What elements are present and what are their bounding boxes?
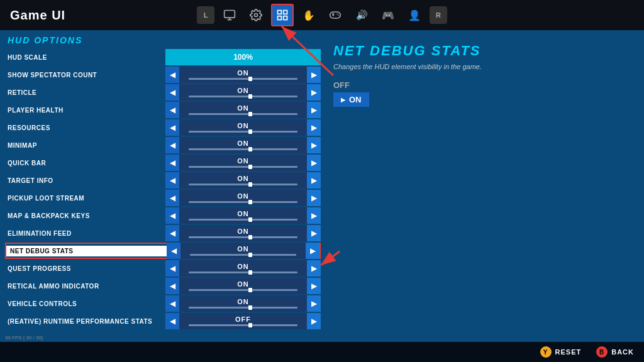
value-box: ON	[179, 84, 307, 101]
control-group: ◀ON▶	[165, 207, 321, 224]
game-title: Game UI	[10, 8, 65, 23]
right-arrow-btn[interactable]: ▶	[306, 243, 319, 259]
nav-icons: L ✋ 🔊 🎮 👤 R	[197, 4, 447, 26]
svg-point-3	[255, 14, 258, 17]
settings-row: MAP & BACKPACK KEYS◀ON▶	[5, 207, 321, 224]
right-arrow-btn[interactable]: ▶	[307, 155, 321, 171]
row-label: ELIMINATION FEED	[5, 230, 165, 237]
svg-rect-5	[284, 11, 287, 14]
back-key: B	[596, 346, 608, 358]
reset-key: Y	[540, 346, 552, 358]
reset-button[interactable]: Y RESET	[540, 346, 582, 358]
control-group: ◀OFF▶	[165, 313, 321, 329]
option-off[interactable]: OFF	[333, 80, 631, 90]
row-label: (REATIVE) RUNTIME PERFORMANCE STATS	[5, 318, 165, 325]
left-arrow-btn[interactable]: ◀	[167, 243, 180, 259]
slider-bar	[189, 307, 297, 309]
row-label: PICKUP LOOT STREAM	[5, 195, 165, 202]
slider-thumb	[248, 129, 252, 134]
reset-label: RESET	[555, 348, 582, 356]
svg-rect-4	[278, 11, 282, 14]
row-label: VEHICLE CONTROLS	[5, 300, 165, 307]
value-box: ON	[179, 278, 307, 294]
slider-thumb	[248, 305, 252, 310]
nav-l-button[interactable]: L	[197, 6, 214, 24]
back-button[interactable]: B BACK	[596, 346, 634, 358]
control-group: ◀ON▶	[165, 137, 321, 153]
left-arrow-btn[interactable]: ◀	[165, 67, 179, 83]
right-arrow-btn[interactable]: ▶	[307, 119, 321, 136]
hud-scale-value: 100%	[233, 53, 253, 62]
control-group: ◀ON▶	[165, 84, 321, 101]
nav-r-button[interactable]: R	[430, 6, 447, 24]
person-icon[interactable]: 👤	[403, 4, 426, 26]
value-text: ON	[237, 299, 249, 305]
slider-thumb	[248, 147, 252, 151]
monitor-icon[interactable]	[218, 4, 241, 26]
hud-scale-bar[interactable]: 100%	[165, 49, 321, 65]
back-label: BACK	[611, 348, 634, 356]
left-arrow-btn[interactable]: ◀	[165, 84, 179, 101]
left-arrow-btn[interactable]: ◀	[165, 278, 179, 294]
top-bar: Game UI L ✋ 🔊 🎮 👤 R	[0, 0, 644, 30]
row-label: RETICAL AMMO INDICATOR	[5, 283, 165, 290]
left-arrow-btn[interactable]: ◀	[165, 295, 179, 312]
left-arrow-btn[interactable]: ◀	[165, 172, 179, 189]
value-text: ON	[237, 123, 249, 129]
control-group: ◀ON▶	[165, 67, 321, 83]
right-arrow-btn[interactable]: ▶	[307, 313, 321, 329]
settings-row: TARGET INFO◀ON▶	[5, 172, 321, 189]
row-label: MINIMAP	[5, 142, 165, 149]
right-arrow-btn[interactable]: ▶	[307, 84, 321, 101]
option-on[interactable]: ON	[333, 92, 369, 107]
right-arrow-btn[interactable]: ▶	[307, 190, 321, 206]
row-label: RETICLE	[5, 89, 165, 96]
left-arrow-btn[interactable]: ◀	[165, 137, 179, 153]
slider-thumb	[248, 235, 252, 239]
value-box: ON	[180, 243, 306, 259]
bottom-bar: Y RESET B BACK	[0, 342, 644, 362]
speaker-icon[interactable]: 🔊	[350, 4, 373, 26]
gear-icon[interactable]	[245, 4, 267, 26]
row-label: PLAYER HEALTH	[5, 107, 165, 114]
left-arrow-btn[interactable]: ◀	[165, 102, 179, 118]
left-arrow-btn[interactable]: ◀	[165, 225, 179, 241]
right-arrow-btn[interactable]: ▶	[307, 278, 321, 294]
hud-settings-icon[interactable]	[271, 4, 294, 26]
slider-thumb	[248, 77, 252, 81]
right-arrow-btn[interactable]: ▶	[307, 102, 321, 118]
value-box: OFF	[179, 313, 307, 329]
right-arrow-btn[interactable]: ▶	[307, 295, 321, 312]
slider-bar	[189, 201, 297, 203]
value-text: ON	[237, 175, 249, 182]
settings-row: RETICLE◀ON▶	[5, 84, 321, 101]
left-arrow-btn[interactable]: ◀	[165, 260, 179, 277]
control-group: ◀ON▶	[165, 190, 321, 206]
right-arrow-btn[interactable]: ▶	[307, 67, 321, 83]
row-label: QUICK BAR	[5, 160, 165, 167]
settings-row: PLAYER HEALTH◀ON▶	[5, 102, 321, 118]
controller2-icon[interactable]: 🎮	[377, 4, 399, 26]
right-arrow-btn[interactable]: ▶	[307, 172, 321, 189]
stat-desc: Changes the HUD element visibility in th…	[333, 63, 631, 70]
left-arrow-btn[interactable]: ◀	[165, 313, 179, 329]
left-arrow-btn[interactable]: ◀	[165, 119, 179, 136]
right-arrow-btn[interactable]: ▶	[307, 137, 321, 153]
right-arrow-btn[interactable]: ▶	[307, 260, 321, 277]
value-text: ON	[237, 211, 249, 217]
slider-thumb	[248, 270, 252, 275]
hud-scale-label: HUD SCALE	[5, 54, 165, 61]
left-arrow-btn[interactable]: ◀	[165, 190, 179, 206]
right-arrow-btn[interactable]: ▶	[307, 225, 321, 241]
gamepad-icon[interactable]	[324, 4, 347, 26]
slider-bar	[189, 113, 297, 115]
value-box: ON	[179, 225, 307, 241]
hand-icon[interactable]: ✋	[297, 4, 320, 26]
row-label: TARGET INFO	[5, 177, 165, 184]
left-arrow-btn[interactable]: ◀	[165, 207, 179, 224]
left-arrow-btn[interactable]: ◀	[165, 155, 179, 171]
right-arrow-btn[interactable]: ▶	[307, 207, 321, 224]
slider-bar	[189, 96, 297, 97]
hud-options-title: HUD OPTIONS	[5, 35, 321, 45]
row-label: SHOW SPECTATOR COUNT	[5, 72, 165, 79]
